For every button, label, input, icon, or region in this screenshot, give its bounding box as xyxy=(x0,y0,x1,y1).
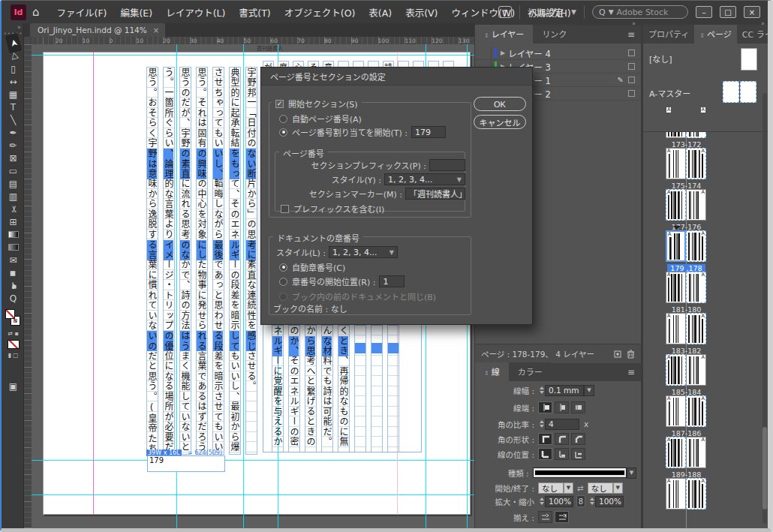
tab-layers[interactable]: ⇕レイヤー xyxy=(475,25,533,44)
page-thumbnail-left[interactable]: A xyxy=(666,395,686,427)
collapse-panel-icon[interactable]: » xyxy=(632,20,636,27)
menu-表示(V)[interactable]: 表示(V) xyxy=(399,5,444,20)
stroke-type-field[interactable] xyxy=(533,467,627,478)
section-prefix-field[interactable] xyxy=(429,159,465,171)
scale-start-field[interactable]: 100% xyxy=(545,496,573,507)
frame-tool[interactable]: ⊠ xyxy=(5,152,23,164)
tab-properties[interactable]: プロパティ xyxy=(643,25,694,44)
tab-stroke[interactable]: ⇕線 xyxy=(475,362,509,381)
start-page-number-radio[interactable] xyxy=(279,128,287,137)
layer-target-square[interactable] xyxy=(628,90,635,97)
chapter-start-row[interactable]: 章番号の開始位置(R) : 1 xyxy=(279,275,405,287)
page-thumbnail-right[interactable]: A xyxy=(686,313,706,344)
align-outside-button[interactable] xyxy=(571,448,585,460)
page-thumbnail-left[interactable]: A xyxy=(666,272,686,303)
dialog-title[interactable]: ページ番号とセクションの設定 xyxy=(261,68,532,86)
line-tool[interactable]: ╲ xyxy=(5,113,23,126)
rectangle-tool[interactable]: ▭ xyxy=(5,164,23,177)
apply-format-icons[interactable]: ▮▢ xyxy=(3,352,23,359)
maximize-button[interactable]: □ xyxy=(720,6,736,18)
page-thumbnail-left[interactable]: A xyxy=(666,313,686,344)
page-thumbnail-right[interactable]: A xyxy=(686,189,706,221)
pencil-tool[interactable]: ✏ xyxy=(5,139,23,152)
layer-expand-icon[interactable]: ▶ xyxy=(501,50,505,56)
cap-butt-button[interactable] xyxy=(538,401,552,413)
menu-表(A)[interactable]: 表(A) xyxy=(362,5,399,20)
section-marker-field[interactable]: 「週刊読書人」誌8 xyxy=(405,188,465,200)
end-arrow-field[interactable]: なし xyxy=(588,482,613,494)
horizontal-ruler[interactable]: 2010010203040506070809010011012013014015… xyxy=(32,37,474,44)
content-collector-tool[interactable]: ▦ xyxy=(5,88,23,101)
scale-end-stepper[interactable] xyxy=(588,496,595,506)
page-thumbnail-right[interactable]: A xyxy=(686,437,706,468)
document-tab[interactable]: Ori_Jinyo_Hen.indd @ 114% × xyxy=(30,23,165,37)
tab-cc-libraries[interactable]: CC ライブラリ xyxy=(737,25,773,44)
menu-ファイル(F)[interactable]: ファイル(F) xyxy=(50,5,114,20)
type-tool[interactable]: T xyxy=(5,101,23,113)
tab-pages[interactable]: ⇕ページ xyxy=(694,25,736,44)
pages-scrollbar-thumb[interactable] xyxy=(762,427,767,509)
end-arrow-dropdown-icon[interactable]: ▼ xyxy=(613,482,623,494)
page-thumbnail-right[interactable]: A xyxy=(686,272,706,303)
gap-tool[interactable]: ↔ xyxy=(5,75,23,88)
share-icon[interactable]: ↑ xyxy=(498,6,512,18)
fill-stroke-swatches[interactable] xyxy=(5,309,23,329)
miter-limit-stepper[interactable] xyxy=(538,419,545,429)
start-arrow-field[interactable]: なし xyxy=(538,482,564,494)
close-button[interactable]: × xyxy=(744,6,760,18)
layer-visibility-cell[interactable] xyxy=(475,47,492,59)
swap-arrows-icon[interactable]: ⇄ xyxy=(577,483,584,492)
spread-item-181-180[interactable]: AA181-180 xyxy=(643,272,763,314)
vertical-text-column[interactable]: 思う。おそらく宇野は意味から逸脱する言葉に慣れていないのだと思う。(皇帝たちの xyxy=(146,67,158,455)
layer-target-square[interactable] xyxy=(628,50,635,56)
cap-round-button[interactable] xyxy=(555,401,569,413)
guide[interactable] xyxy=(32,460,474,461)
vertical-text-column[interactable]: う。一箇所ぐらい、論理的な言葉よりイメージ・トリップの優位になる場所が必要だと xyxy=(163,67,175,455)
auto-page-number-radio[interactable] xyxy=(279,115,287,123)
spread-item-partial[interactable]: AA xyxy=(643,478,763,512)
stroke-weight-stepper[interactable] xyxy=(538,385,545,395)
page-thumbnail-left[interactable]: A xyxy=(666,478,686,509)
master-a-left-page[interactable] xyxy=(723,81,739,103)
chapter-start-radio[interactable] xyxy=(279,278,287,286)
start-page-number-row[interactable]: ページ番号割り当てを開始(T) : 179 xyxy=(279,126,446,138)
arrow-align-extend-button[interactable] xyxy=(538,511,552,523)
page-thumbnail-right[interactable]: A xyxy=(686,354,706,386)
page-number-frame[interactable]: 179 xyxy=(147,455,225,472)
include-prefix-checkbox[interactable]: ✓ xyxy=(281,205,289,213)
menu-オブジェクト(O)[interactable]: オブジェクト(O) xyxy=(278,5,362,20)
scissors-tool[interactable]: ✂ xyxy=(7,200,20,218)
spread-item-183-182[interactable]: AA183-182 xyxy=(643,313,763,355)
layer-row-レイヤー 4[interactable]: ▶レイヤー 4 xyxy=(475,47,641,60)
menu-編集(E)[interactable]: 編集(E) xyxy=(113,5,159,20)
collapse-panel-icon[interactable]: » xyxy=(3,23,23,31)
apply-none-swatch[interactable] xyxy=(8,340,20,349)
join-miter-button[interactable] xyxy=(538,433,552,445)
miter-limit-field[interactable]: 4 xyxy=(545,419,579,430)
page-thumbnail-left[interactable]: A xyxy=(666,148,686,179)
spread-item-175-174[interactable]: AA175-174 xyxy=(643,148,763,190)
close-tab-icon[interactable]: × xyxy=(153,26,159,35)
start-arrow-dropdown-icon[interactable]: ▼ xyxy=(564,482,573,494)
vertical-text-column[interactable]: させちゃってもいいし、韜晦しながら最後であっと思わせる段差を暗示させてもいいと xyxy=(212,67,224,455)
ok-button[interactable]: OK xyxy=(474,97,526,111)
menu-レイアウト(L)[interactable]: レイアウト(L) xyxy=(159,5,232,20)
swap-default-swatch-icons[interactable]: ⇄▪ xyxy=(3,330,23,337)
scale-start-stepper[interactable] xyxy=(538,496,545,506)
master-none-thumbnail[interactable] xyxy=(741,48,757,71)
guide[interactable] xyxy=(32,55,474,56)
vertical-text-column[interactable]: 宇野邦一「日付のない断片から」の思考に素直な連続性を感じさせる。 xyxy=(245,67,257,455)
menu-書式(T)[interactable]: 書式(T) xyxy=(232,5,277,20)
page-thumbnail-right[interactable]: A xyxy=(686,148,706,179)
page-thumbnail-left[interactable]: A xyxy=(666,230,686,262)
guide[interactable] xyxy=(243,44,244,528)
ruler-corner[interactable] xyxy=(24,37,32,44)
arrow-align-inside-button[interactable] xyxy=(555,511,569,523)
indesign-logo-icon[interactable]: Id xyxy=(11,5,26,20)
chapter-style-dropdown[interactable]: 1, 2, 3, 4...▼ xyxy=(329,246,398,258)
link-scale-icon[interactable]: 8 xyxy=(576,495,585,507)
start-page-number-field[interactable]: 179 xyxy=(411,126,446,138)
chevron-down-icon[interactable]: ▼ xyxy=(571,8,576,16)
page-thumbnail-right[interactable]: A xyxy=(686,230,706,262)
master-none-label[interactable]: [なし] xyxy=(649,53,672,65)
